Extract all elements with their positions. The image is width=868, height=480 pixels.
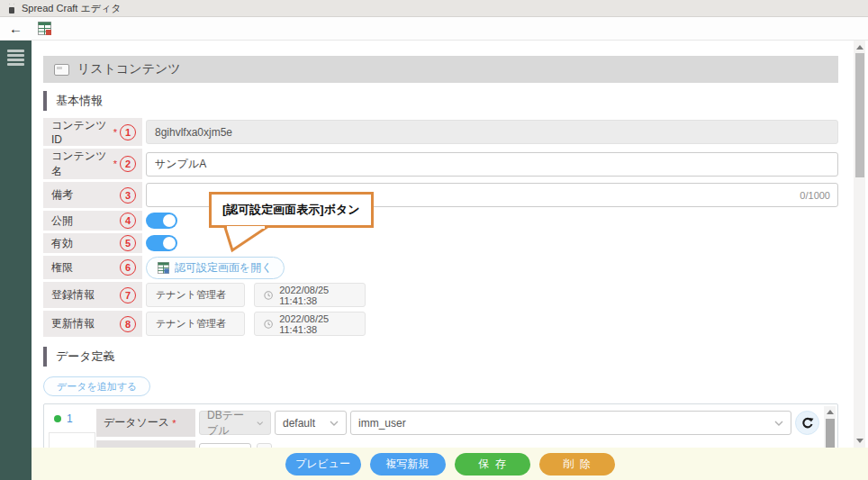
page-scrollbar-thumb[interactable] [855, 53, 864, 177]
open-auth-settings-button[interactable]: 認可設定画面を開く [146, 257, 285, 279]
required-asterisk: * [172, 418, 176, 429]
spreadsheet-icon [158, 262, 169, 274]
enabled-label: 有効 [51, 236, 73, 251]
char-counter: 0/1000 [800, 190, 830, 201]
page-title: リストコンテンツ [77, 61, 181, 77]
refresh-icon [801, 417, 814, 430]
row-public: 公開 4 [43, 211, 838, 231]
toggle-knob [163, 237, 176, 249]
list-content-icon [54, 64, 69, 76]
chevron-down-icon [774, 421, 783, 426]
update-label: 更新情報 [51, 316, 95, 331]
source-db-select[interactable]: default [275, 411, 347, 435]
source-table-value: imm_user [358, 417, 406, 430]
updated-at-box: 2022/08/25 11:41:38 [254, 312, 366, 336]
public-toggle[interactable] [146, 213, 177, 229]
annotation-callout-tail [216, 226, 274, 253]
registration-label-cell: 登録情報 7 [43, 282, 142, 308]
updated-at-value: 2022/08/25 11:41:38 [279, 313, 356, 335]
clock-icon [264, 290, 273, 301]
status-dot-icon [54, 415, 61, 422]
enabled-label-cell: 有効 5 [43, 233, 142, 253]
source-db-value: default [283, 417, 315, 430]
row-content-name: コンテンツ名 * 2 [43, 149, 838, 179]
chevron-down-icon [330, 421, 339, 426]
scroll-up-icon[interactable] [856, 45, 863, 50]
remarks-label-cell: 備考 3 [43, 182, 142, 208]
app-window: Spread Craft エディタ ← リストコンテンツ 基本情報 [0, 0, 868, 480]
public-label-cell: 公開 4 [43, 211, 142, 231]
annotation-badge-6: 6 [120, 259, 136, 276]
scroll-up-icon[interactable] [827, 410, 834, 414]
basic-info-form: コンテンツID * 1 コンテンツ名 * 2 [43, 118, 838, 337]
permission-label-cell: 権限 6 [43, 256, 142, 279]
row-update-info: 更新情報 8 テナント管理者 2022/08/25 11:41:38 [43, 311, 838, 337]
save-button[interactable]: 保 存 [455, 453, 530, 475]
content-id-label-cell: コンテンツID * 1 [43, 118, 142, 146]
section-basic-title: 基本情報 [56, 93, 103, 109]
delete-button[interactable]: 削 除 [539, 453, 615, 475]
row-remarks: 備考 3 0/1000 [43, 182, 838, 208]
app-logo-icon [9, 4, 14, 14]
annotation-badge-2: 2 [120, 156, 136, 172]
row-datasource: データソース * DBテーブル default imm_u [96, 409, 819, 437]
registration-label: 登録情報 [51, 287, 95, 303]
annotation-badge-1: 1 [120, 124, 136, 140]
required-asterisk: * [113, 158, 117, 169]
row-content-id: コンテンツID * 1 [43, 118, 838, 146]
section-accent-bar [43, 347, 47, 367]
preview-button[interactable]: プレビュー [285, 453, 361, 475]
annotation-callout: [認可設定画面表示]ボタン [209, 192, 374, 228]
chevron-down-icon [257, 421, 263, 426]
registered-at-box: 2022/08/25 11:41:38 [254, 283, 366, 307]
source-type-select[interactable]: DBテーブル [199, 411, 271, 435]
content-id-label: コンテンツID [51, 118, 111, 146]
footer-action-bar: プレビュー 複写新規 保 存 削 除 [32, 448, 868, 480]
left-sidebar [0, 41, 32, 480]
source-table-select[interactable]: imm_user [350, 411, 791, 435]
back-arrow-icon[interactable]: ← [9, 22, 23, 35]
spreadsheet-icon[interactable] [38, 22, 51, 35]
datasource-label: データソース [104, 415, 169, 430]
row-registration-info: 登録情報 7 テナント管理者 2022/08/25 11:41:38 [43, 282, 838, 308]
clock-icon [264, 319, 273, 330]
datasource-label-cell: データソース * [96, 409, 195, 437]
annotation-badge-3: 3 [120, 187, 136, 204]
remarks-label: 備考 [51, 187, 73, 203]
content-name-input[interactable] [146, 152, 838, 177]
main-content: リストコンテンツ 基本情報 コンテンツID * 1 コンテンツ名 [43, 41, 838, 480]
source-type-value: DBテーブル [207, 408, 251, 439]
annotation-badge-7: 7 [120, 287, 136, 303]
content-name-label: コンテンツ名 [51, 149, 111, 179]
enabled-toggle[interactable] [146, 235, 177, 251]
open-auth-settings-label: 認可設定画面を開く [175, 260, 273, 276]
section-data-definition: データ定義 [43, 345, 838, 368]
updated-by-value: テナント管理者 [146, 312, 245, 336]
content-name-label-cell: コンテンツ名 * 2 [43, 149, 142, 179]
menu-icon[interactable] [7, 50, 24, 68]
page-header: リストコンテンツ [43, 56, 838, 83]
section-data-title: データ定義 [56, 349, 115, 365]
content-id-input[interactable] [146, 120, 838, 144]
titlebar: Spread Craft エディタ [0, 0, 868, 17]
update-label-cell: 更新情報 8 [43, 311, 142, 337]
required-asterisk: * [113, 127, 117, 138]
registered-at-value: 2022/08/25 11:41:38 [279, 285, 356, 306]
toolbar: ← [0, 17, 868, 41]
public-label: 公開 [51, 213, 73, 229]
copy-new-button[interactable]: 複写新規 [370, 453, 446, 475]
annotation-badge-8: 8 [120, 316, 136, 332]
row-enabled: 有効 5 [43, 233, 838, 253]
registered-by-value: テナント管理者 [146, 283, 245, 307]
add-data-button[interactable]: データを追加する [43, 376, 150, 396]
permission-label: 権限 [51, 260, 73, 276]
page-scrollbar[interactable] [854, 41, 865, 448]
section-accent-bar [43, 91, 47, 111]
annotation-badge-4: 4 [120, 213, 136, 229]
section-basic-info: 基本情報 [43, 89, 838, 113]
window-title: Spread Craft エディタ [22, 2, 121, 15]
scroll-down-icon[interactable] [856, 439, 863, 443]
refresh-button[interactable] [795, 411, 819, 435]
data-item-number: 1 [67, 412, 73, 425]
toggle-knob [163, 214, 176, 227]
